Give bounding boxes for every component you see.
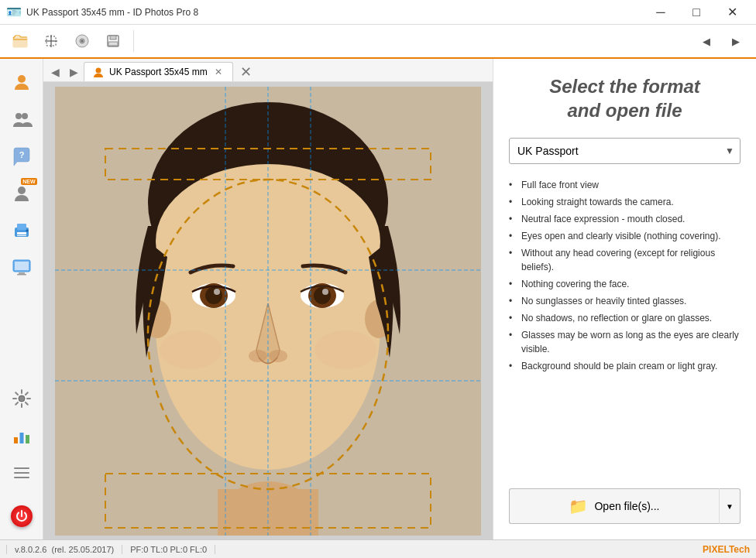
sidebar-item-group[interactable] xyxy=(5,102,39,136)
svg-point-32 xyxy=(96,68,101,74)
svg-rect-8 xyxy=(110,36,116,39)
disc-button[interactable] xyxy=(68,27,96,55)
tab-uk-passport[interactable]: UK Passport 35x45 mm ✕ xyxy=(84,62,233,81)
open-folder-button[interactable] xyxy=(6,27,34,55)
requirements-list: Full face front view Looking straight to… xyxy=(509,176,741,375)
photo-display xyxy=(43,82,493,539)
add-tab-button[interactable]: ✕ xyxy=(238,63,255,80)
svg-rect-26 xyxy=(14,437,18,443)
group-icon xyxy=(11,108,33,130)
svg-rect-19 xyxy=(15,234,28,235)
svg-rect-23 xyxy=(19,272,25,274)
brand-label: PIXELTech xyxy=(703,544,750,555)
format-select-wrapper: UK Passport US Passport EU Passport Visa… xyxy=(509,138,741,164)
app-icon: 🪪 xyxy=(6,5,22,19)
nav-forward-button[interactable]: ▶ xyxy=(722,27,750,55)
svg-point-50 xyxy=(314,330,376,369)
photo-face xyxy=(55,87,481,536)
photo-area: ◀ ▶ UK Passport 35x45 mm ✕ ✕ xyxy=(43,59,493,539)
svg-rect-20 xyxy=(15,236,28,237)
svg-point-6 xyxy=(81,40,84,43)
face-image xyxy=(55,87,481,536)
svg-rect-31 xyxy=(14,477,29,478)
title-bar: 🪪 UK Passport 35x45 mm - ID Photos Pro 8… xyxy=(0,0,756,25)
person-icon xyxy=(11,71,33,93)
svg-point-12 xyxy=(22,113,28,119)
requirement-item: No shadows, no reflection or glare on gl… xyxy=(509,310,741,327)
svg-point-47 xyxy=(249,350,267,362)
requirement-item: Nothing covering the face. xyxy=(509,276,741,293)
toolbar-separator xyxy=(133,30,134,52)
sidebar-item-list[interactable] xyxy=(5,456,39,490)
svg-rect-27 xyxy=(19,433,23,443)
svg-point-11 xyxy=(15,113,22,119)
window-controls: ─ □ ✕ xyxy=(643,0,750,25)
tab-nav-forward[interactable]: ▶ xyxy=(65,63,82,80)
requirement-item: Full face front view xyxy=(509,176,741,193)
new-person-icon xyxy=(11,183,33,204)
save-button[interactable] xyxy=(99,27,127,55)
svg-rect-16 xyxy=(17,224,26,230)
svg-point-49 xyxy=(160,330,222,369)
requirement-item: No sunglasses or heavily tinted glasses. xyxy=(509,293,741,310)
maximize-button[interactable]: □ xyxy=(679,0,714,25)
sidebar-item-person[interactable] xyxy=(5,65,39,99)
requirement-item: Without any head covering (except for re… xyxy=(509,245,741,276)
svg-rect-9 xyxy=(108,42,118,46)
toolbar: ◀ ▶ xyxy=(0,25,756,59)
sidebar-item-settings[interactable] xyxy=(5,382,39,416)
format-select[interactable]: UK Passport US Passport EU Passport Visa… xyxy=(509,138,741,164)
svg-point-45 xyxy=(314,287,331,304)
tab-nav-back[interactable]: ◀ xyxy=(46,63,64,80)
open-file-label: Open file(s)... xyxy=(594,500,659,512)
sidebar: ? NEW xyxy=(0,59,43,539)
main-content: ? NEW xyxy=(0,59,756,539)
requirement-item: Neutral face expression - mouth closed. xyxy=(509,211,741,228)
tab-label: UK Passport 35x45 mm xyxy=(109,67,208,77)
new-badge: NEW xyxy=(21,178,36,185)
svg-point-42 xyxy=(214,289,220,295)
open-file-dropdown-button[interactable]: ▼ xyxy=(719,488,741,524)
requirement-item: Eyes open and clearly visible (nothing c… xyxy=(509,228,741,245)
svg-point-18 xyxy=(26,230,28,232)
svg-rect-29 xyxy=(14,467,29,469)
svg-rect-17 xyxy=(17,232,26,236)
monitor-icon xyxy=(11,257,33,279)
open-file-container: 📁 Open file(s)... ▼ xyxy=(509,488,741,524)
right-panel: Select the formatand open file UK Passpo… xyxy=(493,59,756,539)
svg-text:?: ? xyxy=(19,150,24,159)
sidebar-item-print[interactable] xyxy=(5,214,39,248)
requirement-item: Background should be plain cream or ligh… xyxy=(509,358,741,375)
app-container: ◀ ▶ xyxy=(0,25,756,558)
crop-button[interactable] xyxy=(37,27,65,55)
sidebar-item-monitor[interactable] xyxy=(5,251,39,285)
settings-icon xyxy=(11,388,33,409)
svg-rect-28 xyxy=(26,435,29,443)
nav-back-button[interactable]: ◀ xyxy=(692,27,720,55)
open-file-button[interactable]: 📁 Open file(s)... xyxy=(509,488,719,524)
svg-point-25 xyxy=(19,395,25,402)
tab-bar: ◀ ▶ UK Passport 35x45 mm ✕ ✕ xyxy=(43,59,493,82)
app-title: UK Passport 35x45 mm - ID Photos Pro 8 xyxy=(26,7,643,18)
sidebar-item-chart[interactable] xyxy=(5,419,39,453)
dropdown-arrow-icon: ▼ xyxy=(726,502,734,511)
svg-point-14 xyxy=(18,187,26,194)
print-icon xyxy=(11,220,33,241)
power-button[interactable] xyxy=(5,499,39,533)
close-button[interactable]: ✕ xyxy=(714,0,750,25)
svg-point-41 xyxy=(205,287,222,304)
folder-icon: 📁 xyxy=(569,497,588,515)
svg-rect-0 xyxy=(13,37,27,47)
svg-rect-22 xyxy=(15,262,29,270)
sidebar-item-new-person[interactable]: NEW xyxy=(5,176,39,211)
panel-title: Select the formatand open file xyxy=(509,74,741,122)
chart-icon xyxy=(11,425,33,447)
svg-point-48 xyxy=(269,350,287,362)
toolbar-nav: ◀ ▶ xyxy=(692,27,750,55)
svg-point-46 xyxy=(322,289,328,295)
sidebar-item-help[interactable]: ? xyxy=(5,139,39,173)
tab-close-button[interactable]: ✕ xyxy=(212,66,225,78)
requirement-item: Looking straight towards the camera. xyxy=(509,193,741,211)
minimize-button[interactable]: ─ xyxy=(643,0,679,25)
version-info: v.8.0.2.6 (rel. 25.05.2017) xyxy=(6,545,122,554)
